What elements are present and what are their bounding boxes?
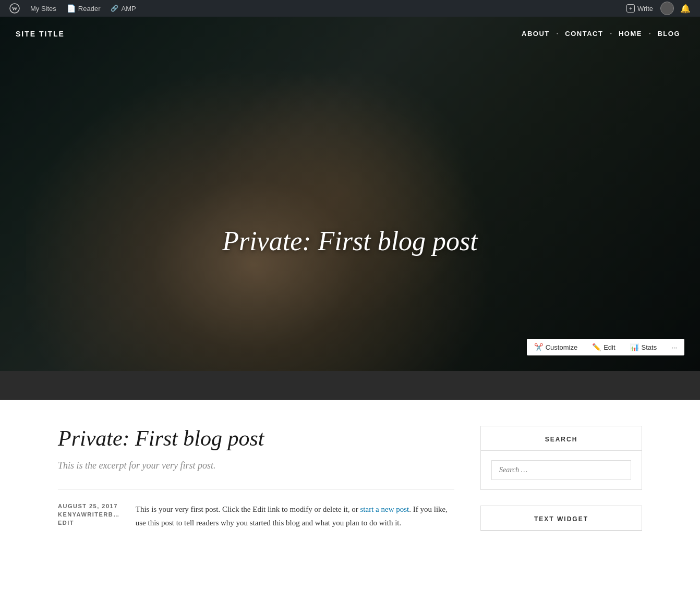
nav-dot-2: • (610, 31, 612, 36)
site-nav: ABOUT • CONTACT • HOME • BLOG (517, 27, 684, 40)
customize-button[interactable]: ✂️ Customize (527, 339, 585, 355)
stats-label: Stats (642, 343, 657, 351)
nav-contact[interactable]: CONTACT (561, 27, 607, 40)
post-body-text-1: This is your very first post. Click the … (136, 505, 360, 513)
amp-icon: 🔗 (111, 5, 118, 12)
text-widget: TEXT WIDGET (480, 506, 642, 531)
customize-label: Customize (546, 343, 577, 351)
amp-link[interactable]: 🔗 AMP (106, 0, 140, 17)
reader-link[interactable]: 📄 Reader (63, 0, 105, 17)
site-wrapper: SITE TITLE ABOUT • CONTACT • HOME • BLOG… (0, 17, 700, 588)
admin-bar: W My Sites 📄 Reader 🔗 AMP + Write 🔔 (0, 0, 700, 17)
reader-icon: 📄 (67, 4, 76, 13)
post-excerpt: This is the excerpt for your very first … (58, 460, 454, 471)
wordpress-logo-link[interactable]: W (5, 0, 24, 17)
reader-label: Reader (78, 5, 101, 13)
user-avatar[interactable] (660, 2, 674, 15)
edit-icon: ✏️ (592, 343, 601, 351)
my-sites-link[interactable]: My Sites (26, 0, 61, 17)
amp-label: AMP (121, 5, 136, 13)
site-header: SITE TITLE ABOUT • CONTACT • HOME • BLOG (0, 17, 700, 51)
write-button[interactable]: + Write (621, 0, 658, 17)
edit-label: Edit (604, 343, 615, 351)
nav-dot-3: • (649, 31, 651, 36)
more-button[interactable]: ··· (664, 339, 684, 355)
nav-blog[interactable]: BLOG (653, 27, 684, 40)
search-widget: SEARCH (480, 426, 642, 490)
post-edit-link[interactable]: EDIT (58, 520, 120, 526)
write-icon: + (626, 4, 635, 13)
hero-title: Private: First blog post (0, 226, 700, 256)
search-widget-title: SEARCH (481, 426, 642, 451)
my-sites-label: My Sites (30, 5, 56, 13)
post-article: Private: First blog post This is the exc… (58, 426, 454, 547)
nav-home[interactable]: HOME (614, 27, 646, 40)
hero-overlay (0, 17, 700, 371)
hero-section: Private: First blog post ✂️ Customize ✏️… (0, 17, 700, 371)
post-body: This is your very first post. Click the … (136, 503, 454, 530)
search-widget-body (481, 451, 642, 489)
post-author: KENYAWRITERB… (58, 511, 120, 518)
hero-toolbar: ✂️ Customize ✏️ Edit 📊 Stats ··· (527, 339, 684, 355)
meta-body-row: AUGUST 25, 2017 KENYAWRITERB… EDIT This … (58, 489, 454, 530)
notifications-bell[interactable]: 🔔 (676, 0, 695, 17)
post-title: Private: First blog post (58, 426, 454, 451)
nav-dot-1: • (557, 31, 559, 36)
site-title: SITE TITLE (16, 30, 65, 38)
edit-button[interactable]: ✏️ Edit (585, 339, 622, 355)
search-input[interactable] (491, 460, 631, 480)
dark-strip (0, 371, 700, 400)
customize-icon: ✂️ (534, 343, 543, 351)
sidebar: SEARCH TEXT WIDGET (480, 426, 642, 547)
text-widget-title: TEXT WIDGET (481, 506, 642, 531)
nav-about[interactable]: ABOUT (517, 27, 554, 40)
svg-text:W: W (12, 5, 18, 11)
post-meta: AUGUST 25, 2017 KENYAWRITERB… EDIT (58, 503, 120, 530)
more-label: ··· (671, 343, 677, 351)
stats-button[interactable]: 📊 Stats (623, 339, 665, 355)
new-post-link[interactable]: start a new post (360, 505, 409, 513)
post-date: AUGUST 25, 2017 (58, 503, 120, 509)
main-content: Private: First blog post This is the exc… (42, 400, 658, 588)
stats-icon: 📊 (630, 343, 639, 351)
write-label: Write (637, 5, 653, 13)
admin-bar-right: + Write 🔔 (621, 0, 695, 17)
